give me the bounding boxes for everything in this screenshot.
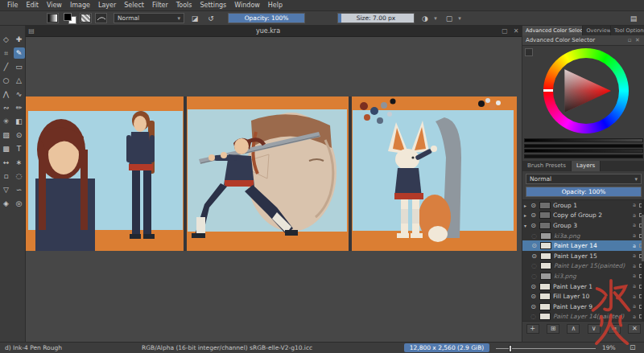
restore-icon[interactable]: ▢	[499, 27, 510, 35]
gradient-chooser[interactable]	[47, 13, 59, 23]
wrap-around-mode-icon[interactable]: ▢	[444, 13, 455, 23]
layer-opacity-slider[interactable]: Opacity: 100%	[526, 187, 642, 197]
layer-row[interactable]: ◌ ki3.png a	[522, 271, 644, 281]
close-docker-icon[interactable]: ✕	[634, 37, 642, 43]
polyline-tool[interactable]: ⋀	[1, 88, 12, 100]
alpha-icon[interactable]: a	[631, 273, 638, 279]
layer-row[interactable]: ⊙ Fill Layer 10 a	[522, 291, 644, 302]
visibility-icon[interactable]: ⊙	[530, 293, 537, 300]
visibility-icon[interactable]: ◌	[530, 313, 537, 320]
menu-layer[interactable]: Layer	[94, 2, 120, 9]
move-tool[interactable]: ✚	[14, 34, 25, 45]
menu-window[interactable]: Window	[230, 2, 264, 9]
zoom-level-label[interactable]: 19%	[602, 344, 616, 351]
value-bar[interactable]	[524, 144, 643, 148]
visibility-icon[interactable]: ⊙	[530, 222, 537, 229]
layer-row[interactable]: ▾ ⊙ Group 3 a	[522, 220, 644, 231]
menu-file[interactable]: File	[3, 2, 22, 9]
document-tab-title[interactable]: yue.kra	[37, 27, 499, 35]
alpha-icon[interactable]: a	[631, 202, 638, 208]
layer-row[interactable]: ◌ ki3a.png a	[522, 231, 644, 241]
foreground-color-swatch[interactable]	[64, 13, 72, 21]
alpha-icon[interactable]: a	[631, 252, 638, 259]
layer-row[interactable]: ⊙ Paint Layer 9 a	[522, 302, 644, 312]
visibility-icon[interactable]: ⊙	[530, 283, 537, 290]
ellipse-tool[interactable]: ○	[1, 75, 12, 86]
rectangular-select-tool[interactable]: ▫	[1, 170, 12, 182]
alpha-icon[interactable]: a	[631, 303, 638, 310]
expand-icon[interactable]: ▾	[524, 223, 530, 228]
subwindow-icon[interactable]: ▤	[26, 27, 37, 35]
value-bar[interactable]	[524, 138, 643, 142]
menu-settings[interactable]: Settings	[196, 2, 230, 9]
chevron-down-icon[interactable]: ▾	[432, 13, 439, 23]
alpha-icon[interactable]: a	[631, 232, 638, 239]
elliptical-select-tool[interactable]: ◌	[14, 170, 25, 182]
visibility-icon[interactable]: ◌	[530, 232, 538, 240]
tab-advanced-color-selector[interactable]: Advanced Color Selector	[522, 26, 583, 35]
alpha-icon[interactable]: a	[631, 314, 638, 320]
move-layer-up-button[interactable]: ∧	[567, 324, 580, 334]
text-tool[interactable]: T	[14, 143, 25, 154]
color-sampler-tool[interactable]: ⊙	[14, 129, 25, 141]
visibility-icon[interactable]: ⊙	[530, 242, 538, 249]
layer-row[interactable]: ⊙ Paint Layer 15 a	[522, 251, 644, 261]
move-layer-down-button[interactable]: ∨	[588, 324, 601, 334]
crop-tool[interactable]: ⌗	[1, 47, 12, 59]
menu-tools[interactable]: Tools	[172, 2, 196, 9]
tab-layers[interactable]: Layers	[572, 161, 601, 171]
menu-select[interactable]: Select	[120, 2, 148, 9]
visibility-icon[interactable]: ⊙	[530, 252, 538, 260]
layer-row[interactable]: ⊙ Paint Layer 1 a	[522, 281, 644, 292]
bezier-curve-tool[interactable]: ∿	[14, 88, 25, 100]
layer-row[interactable]: ◌ Paint Layer 14(painted) a	[522, 312, 644, 322]
zoom-tool[interactable]: ◎	[14, 198, 25, 209]
multibrush-tool[interactable]: ✳	[1, 116, 12, 127]
menu-edit[interactable]: Edit	[22, 2, 43, 9]
chevron-down-icon[interactable]: ▾	[456, 13, 463, 23]
tab-overview[interactable]: Overview	[583, 26, 610, 35]
hue-ring[interactable]	[543, 48, 629, 133]
contiguous-select-tool[interactable]: ◈	[1, 198, 12, 209]
alpha-icon[interactable]: a	[631, 263, 638, 269]
freehand-select-tool[interactable]: ∽	[14, 184, 25, 195]
value-bar[interactable]	[524, 154, 643, 158]
layer-blending-mode-select[interactable]: Normal ▾	[526, 174, 642, 184]
menu-filter[interactable]: Filter	[148, 2, 172, 9]
zoom-slider-handle[interactable]	[509, 345, 512, 352]
alpha-icon[interactable]: a	[631, 243, 638, 249]
dynamic-brush-tool[interactable]: ✏	[14, 102, 25, 113]
pattern-edit-tool[interactable]: ▩	[1, 143, 12, 154]
canvas-viewport[interactable]	[26, 37, 522, 342]
visibility-icon[interactable]: ◌	[530, 262, 538, 269]
delete-layer-button[interactable]: ✕	[628, 324, 641, 334]
add-layer-button[interactable]: +	[526, 324, 539, 334]
tab-tool-options[interactable]: Tool Options	[611, 26, 644, 35]
zoom-fit-icon[interactable]: ⊡	[630, 343, 636, 351]
polygon-tool[interactable]: △	[14, 75, 25, 86]
visibility-icon[interactable]: ⊙	[530, 211, 537, 219]
alpha-icon[interactable]: a	[631, 222, 638, 228]
opacity-slider[interactable]: Opacity: 100%	[228, 13, 305, 23]
line-tool[interactable]: ╱	[1, 61, 12, 72]
layer-row[interactable]: ▸ ⊙ Copy of Group 2 a	[522, 211, 644, 221]
blending-mode-select[interactable]: Normal ▾	[114, 13, 184, 23]
visibility-icon[interactable]: ⊙	[530, 303, 537, 310]
measure-tool[interactable]: ↔	[1, 157, 12, 168]
expand-icon[interactable]: ▸	[524, 203, 530, 208]
visibility-icon[interactable]: ◌	[530, 273, 538, 280]
float-docker-icon[interactable]: ▫	[625, 37, 634, 43]
freehand-path-tool[interactable]: ∾	[1, 102, 12, 113]
value-bar[interactable]	[524, 149, 643, 153]
menu-view[interactable]: View	[43, 2, 66, 9]
brush-preset-chooser[interactable]	[95, 13, 107, 23]
eraser-toggle-icon[interactable]: ◪	[189, 13, 200, 23]
layer-row-selected[interactable]: ⊙ Paint Layer 14 a	[522, 240, 644, 251]
transform-tool[interactable]: ◇	[1, 34, 12, 45]
reload-preset-icon[interactable]: ↺	[205, 13, 217, 23]
foreground-background-colors[interactable]	[64, 13, 76, 24]
selector-shape-button[interactable]	[525, 48, 533, 56]
alpha-icon[interactable]: a	[631, 293, 638, 300]
close-icon[interactable]: ✕	[510, 27, 522, 35]
workspace-chooser-icon[interactable]: ▤	[628, 13, 639, 23]
